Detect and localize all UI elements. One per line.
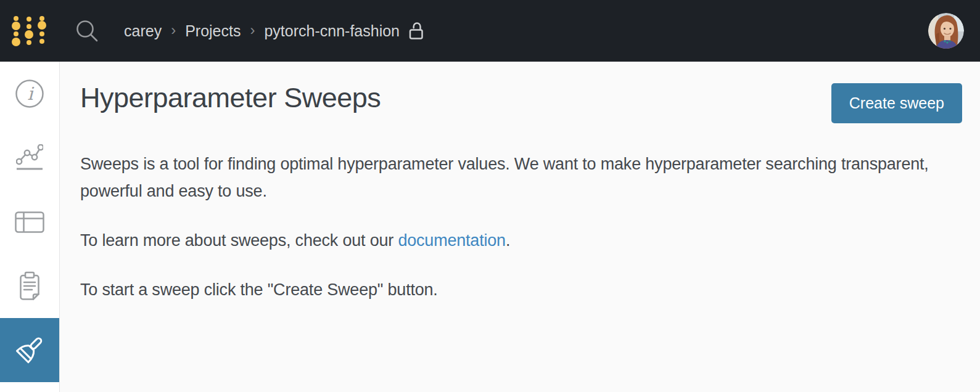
svg-text:i: i <box>27 83 35 104</box>
unlock-icon <box>406 21 426 41</box>
avatar[interactable] <box>928 13 964 49</box>
breadcrumb-project[interactable]: pytorch-cnn-fashion <box>264 22 400 40</box>
clipboard-icon <box>17 271 42 301</box>
sidebar-item-charts[interactable] <box>0 126 59 190</box>
docs-text-suffix: . <box>506 231 510 250</box>
page-title: Hyperparameter Sweeps <box>80 80 381 116</box>
breadcrumb-separator: › <box>171 22 176 39</box>
breadcrumb: carey › Projects › pytorch-cnn-fashion <box>124 21 426 41</box>
start-paragraph: To start a sweep click the "Create Sweep… <box>80 276 950 303</box>
page-body: i <box>0 62 980 392</box>
intro-paragraph: Sweeps is a tool for finding optimal hyp… <box>80 150 950 205</box>
sidebar-item-table[interactable] <box>0 190 59 254</box>
breadcrumb-separator: › <box>250 22 255 39</box>
breadcrumb-projects[interactable]: Projects <box>185 22 241 40</box>
documentation-link[interactable]: documentation <box>398 231 506 250</box>
wandb-logo-dots-icon <box>10 12 47 49</box>
top-navbar: carey › Projects › pytorch-cnn-fashion <box>0 0 980 62</box>
content-header: Hyperparameter Sweeps Create sweep <box>80 80 962 123</box>
wandb-logo[interactable] <box>10 12 47 49</box>
docs-text-prefix: To learn more about sweeps, check out ou… <box>80 231 398 250</box>
line-chart-icon <box>16 144 43 171</box>
breadcrumb-user[interactable]: carey <box>124 22 162 40</box>
main-content: Hyperparameter Sweeps Create sweep Sweep… <box>60 62 980 392</box>
sidebar-item-sweeps[interactable] <box>0 318 59 382</box>
create-sweep-button[interactable]: Create sweep <box>831 83 962 123</box>
broom-icon <box>14 334 46 366</box>
docs-paragraph: To learn more about sweeps, check out ou… <box>80 227 950 254</box>
table-icon <box>15 211 44 233</box>
sidebar-item-notes[interactable] <box>0 254 59 318</box>
avatar-photo <box>928 13 964 49</box>
search-icon[interactable] <box>73 17 101 44</box>
sidebar-item-overview[interactable]: i <box>0 62 59 126</box>
info-icon: i <box>15 79 44 108</box>
sidebar: i <box>0 62 60 392</box>
app-window: carey › Projects › pytorch-cnn-fashion <box>0 0 980 392</box>
